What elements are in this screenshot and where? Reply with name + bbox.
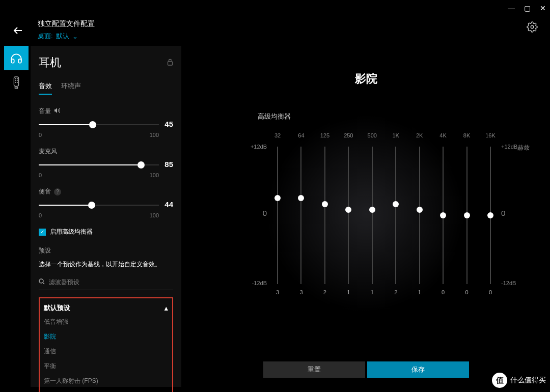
db-top-right: +12dB bbox=[501, 144, 530, 150]
mic-max: 100 bbox=[150, 172, 159, 178]
band-freq: 125 bbox=[320, 132, 329, 144]
rail-headphones[interactable] bbox=[4, 46, 29, 70]
desktop-prefix: 桌面: bbox=[38, 32, 53, 41]
svg-point-0 bbox=[531, 25, 534, 29]
preset-item[interactable]: 影院 bbox=[44, 332, 168, 341]
preset-item[interactable]: 低音增强 bbox=[44, 318, 168, 326]
band-value: 2 bbox=[323, 289, 326, 295]
eq-checkbox[interactable]: ✓ 启用高级均衡器 bbox=[39, 228, 173, 236]
band-freq: 8K bbox=[463, 132, 470, 144]
band-slider[interactable] bbox=[300, 147, 301, 284]
band-freq: 500 bbox=[368, 132, 377, 144]
band-freq: 2K bbox=[416, 132, 423, 144]
eq-band: 2K1 bbox=[412, 132, 427, 295]
volume-max: 100 bbox=[150, 132, 159, 138]
sidetone-slider[interactable]: 44 bbox=[39, 201, 173, 209]
sidetone-min: 0 bbox=[39, 212, 42, 218]
preset-search[interactable]: 滤波器预设 bbox=[39, 278, 173, 290]
band-slider[interactable] bbox=[324, 147, 325, 284]
eq-band: 1252 bbox=[317, 132, 333, 295]
back-button[interactable] bbox=[12, 24, 24, 40]
sidebar-title: 耳机 bbox=[39, 55, 61, 70]
band-slider[interactable] bbox=[348, 147, 349, 284]
svg-point-4 bbox=[15, 80, 16, 81]
eq-band: 16K0 bbox=[483, 132, 498, 295]
help-icon[interactable]: ? bbox=[54, 188, 61, 195]
band-slider[interactable] bbox=[419, 147, 420, 284]
volume-value: 45 bbox=[164, 120, 173, 128]
svg-point-5 bbox=[17, 80, 17, 81]
sidetone-value: 44 bbox=[164, 200, 173, 209]
equalizer: +12dB 0 -12dB 赫兹 +12dB 0 -12dB 323643125… bbox=[243, 132, 530, 316]
search-placeholder: 滤波器预设 bbox=[49, 278, 79, 287]
preset-box-title: 默认预设 bbox=[44, 303, 70, 313]
svg-rect-1 bbox=[14, 77, 18, 86]
settings-button[interactable] bbox=[527, 21, 538, 34]
page-title: 独立配置文件配置 bbox=[38, 19, 95, 29]
desktop-dropdown[interactable]: 桌面: 默认 ⌄ bbox=[38, 32, 95, 41]
svg-point-3 bbox=[17, 78, 17, 79]
window-maximize[interactable]: ▢ bbox=[524, 4, 531, 12]
preset-box-header[interactable]: 默认预设 ▴ bbox=[44, 303, 168, 313]
svg-rect-9 bbox=[168, 62, 173, 65]
preset-hint: 选择一个预设作为基线，以开始自定义音效。 bbox=[39, 260, 173, 269]
band-value: 0 bbox=[489, 289, 492, 295]
band-value: 1 bbox=[347, 289, 350, 295]
band-value: 1 bbox=[371, 289, 374, 295]
preset-box: 默认预设 ▴ 低音增强影院通信平衡第一人称射击 (FPS)多人在线战斗竞技场 (… bbox=[39, 297, 173, 392]
volume-label: 音量 bbox=[39, 107, 51, 116]
check-icon: ✓ bbox=[39, 229, 46, 236]
preset-item[interactable]: 通信 bbox=[44, 347, 168, 356]
eq-band: 1K2 bbox=[388, 132, 403, 295]
band-freq: 250 bbox=[344, 132, 353, 144]
eq-checkbox-label: 启用高级均衡器 bbox=[50, 228, 93, 236]
window-close[interactable]: ✕ bbox=[540, 4, 546, 12]
rail-mic[interactable] bbox=[4, 70, 29, 95]
mic-slider[interactable]: 85 bbox=[39, 161, 173, 169]
eq-band: 643 bbox=[293, 132, 309, 295]
tab-effects[interactable]: 音效 bbox=[39, 81, 52, 95]
band-slider[interactable] bbox=[443, 147, 444, 284]
band-slider[interactable] bbox=[490, 147, 491, 284]
band-freq: 16K bbox=[485, 132, 496, 144]
band-freq: 32 bbox=[274, 132, 281, 144]
chevron-down-icon: ⌄ bbox=[72, 33, 78, 40]
band-value: 2 bbox=[394, 289, 397, 295]
watermark-badge: 值 bbox=[492, 373, 507, 388]
watermark: 值 什么值得买 bbox=[492, 373, 546, 388]
svg-point-7 bbox=[17, 82, 17, 83]
volume-icon bbox=[54, 107, 61, 115]
tab-surround[interactable]: 环绕声 bbox=[61, 81, 81, 95]
eq-band: 8K0 bbox=[459, 132, 475, 295]
mic-label: 麦克风 bbox=[39, 147, 57, 156]
eq-band: 2501 bbox=[341, 132, 356, 295]
preset-item[interactable]: 第一人称射击 (FPS) bbox=[44, 377, 168, 385]
band-value: 0 bbox=[465, 289, 468, 295]
svg-rect-8 bbox=[15, 87, 18, 89]
band-value: 1 bbox=[418, 289, 421, 295]
band-freq: 64 bbox=[298, 132, 304, 144]
volume-slider[interactable]: 45 bbox=[39, 121, 173, 129]
band-slider[interactable] bbox=[466, 147, 468, 284]
band-value: 0 bbox=[442, 289, 445, 295]
preset-item[interactable]: 平衡 bbox=[44, 362, 168, 371]
save-button[interactable]: 保存 bbox=[367, 361, 469, 378]
search-icon bbox=[39, 278, 45, 286]
preset-label: 预设 bbox=[39, 246, 173, 255]
svg-point-6 bbox=[15, 82, 16, 83]
band-freq: 4K bbox=[439, 132, 446, 144]
eq-title: 高级均衡器 bbox=[258, 112, 291, 121]
main-title: 影院 bbox=[182, 71, 550, 87]
band-slider[interactable] bbox=[277, 147, 278, 284]
band-value: 3 bbox=[276, 289, 279, 295]
sidebar: 耳机 音效 环绕声 音量 45 0 100 麦克风 bbox=[31, 46, 181, 387]
eq-band: 5001 bbox=[365, 132, 380, 295]
lock-icon[interactable] bbox=[167, 59, 173, 67]
band-freq: 1K bbox=[392, 132, 399, 144]
window-minimize[interactable]: — bbox=[508, 4, 515, 12]
band-slider[interactable] bbox=[395, 147, 396, 284]
band-slider[interactable] bbox=[372, 147, 373, 284]
db-mid-right: 0 bbox=[501, 209, 530, 217]
reset-button[interactable]: 重置 bbox=[263, 361, 365, 378]
chevron-up-icon: ▴ bbox=[164, 304, 168, 312]
